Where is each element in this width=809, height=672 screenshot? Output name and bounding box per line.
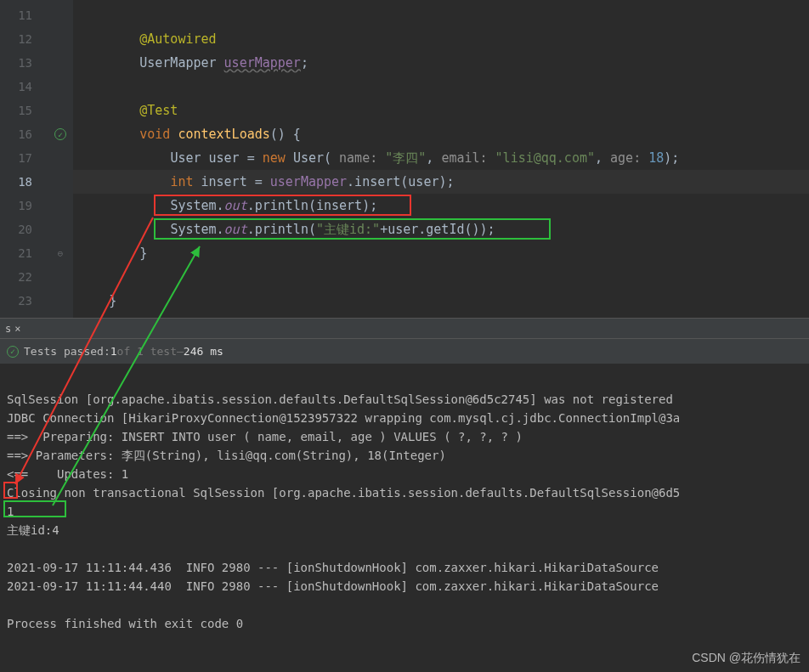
- tool-window-tabbar[interactable]: s ×: [0, 319, 809, 339]
- console-line: Closing non transactional SqlSession [or…: [7, 486, 680, 500]
- var: user =: [209, 150, 263, 166]
- code-area[interactable]: @Autowired UserMapper userMapper; @Test …: [73, 0, 809, 318]
- close: );: [664, 150, 679, 166]
- class-ref: System.: [170, 222, 223, 237]
- tests-passed-count: 1: [110, 345, 117, 358]
- line-number: 21: [0, 241, 32, 265]
- line-number: 20: [0, 217, 32, 241]
- out-field: out: [224, 222, 247, 237]
- line-number: 15: [0, 99, 32, 122]
- gutter-icon-column: ✓ ⊖: [48, 0, 73, 318]
- fold-icon[interactable]: ⊖: [58, 248, 64, 259]
- type: UserMapper: [139, 55, 223, 71]
- param-hint: name:: [339, 150, 385, 166]
- console-line: ==> Preparing: INSERT INTO user ( name, …: [7, 430, 523, 443]
- line-number: 12: [0, 27, 32, 51]
- annotation: @Test: [139, 103, 178, 118]
- param-hint: email:: [441, 150, 495, 166]
- console-line: JDBC Connection [HikariProxyConnection@1…: [7, 411, 680, 425]
- paren: (: [324, 150, 339, 166]
- brace: }: [109, 293, 116, 308]
- comma: ,: [595, 150, 610, 166]
- keyword: void: [139, 127, 178, 142]
- annotation: @Autowired: [139, 31, 216, 47]
- console-line: ==> Parameters: 李四(String), lisi@qq.com(…: [7, 449, 446, 462]
- tests-passed-icon: ✓: [7, 346, 19, 358]
- line-number: 17: [0, 146, 32, 170]
- keyword: int: [170, 174, 201, 189]
- line-number: 16: [0, 122, 32, 146]
- console-line: <== Updates: 1: [7, 467, 128, 481]
- call: .println(: [247, 222, 316, 237]
- tests-total: of 1 test: [117, 345, 177, 358]
- line-number: 14: [0, 75, 32, 99]
- line-number: 22: [0, 265, 32, 289]
- console-line: 2021-09-17 11:11:44.436 INFO 2980 --- [i…: [7, 561, 659, 574]
- semicolon: ;: [301, 55, 308, 71]
- string: "李四": [385, 150, 426, 166]
- console-line: 主键id:4: [7, 523, 59, 537]
- line-number: 18: [0, 170, 32, 194]
- watermark: CSDN @花伤情犹在: [692, 648, 801, 667]
- console-line: Process finished with exit code 0: [7, 617, 243, 630]
- ctor: User: [293, 150, 324, 166]
- brace: () {: [270, 127, 301, 142]
- code-editor[interactable]: 11 12 13 14 15 16 17 18 19 20 21 22 23 ✓…: [0, 0, 809, 318]
- line-number: 23: [0, 289, 32, 313]
- tab-label[interactable]: s: [5, 323, 11, 335]
- call: .insert(user);: [347, 174, 454, 189]
- keyword: new: [263, 150, 293, 166]
- var: insert =: [201, 174, 270, 189]
- brace: }: [139, 246, 147, 261]
- string: "主键id:": [316, 222, 380, 237]
- field: userMapper: [224, 55, 301, 71]
- call: +user.getId());: [380, 222, 495, 237]
- type: User: [170, 150, 208, 166]
- number: 18: [648, 150, 664, 166]
- comma: ,: [426, 150, 441, 166]
- dash: –: [177, 345, 184, 358]
- call: .println(insert);: [247, 198, 378, 213]
- test-status-bar: ✓ Tests passed: 1 of 1 test – 246 ms: [0, 339, 809, 364]
- tests-time: 246 ms: [184, 345, 223, 358]
- method-name: contextLoads: [178, 127, 269, 142]
- string: "lisi@qq.com": [495, 150, 595, 166]
- param-hint: age:: [610, 150, 648, 166]
- field-ref: userMapper: [270, 174, 347, 189]
- out-field: out: [224, 198, 247, 213]
- console-line: 2021-09-17 11:11:44.440 INFO 2980 --- [i…: [7, 579, 659, 593]
- console-line: SqlSession [org.apache.ibatis.session.de…: [7, 392, 680, 406]
- tests-passed-label: Tests passed:: [24, 345, 110, 358]
- close-tab-icon[interactable]: ×: [14, 323, 20, 335]
- line-number: 13: [0, 51, 32, 75]
- console-output[interactable]: SqlSession [org.apache.ibatis.session.de…: [0, 364, 809, 672]
- class-ref: System.: [170, 198, 223, 213]
- test-pass-icon[interactable]: ✓: [54, 128, 66, 140]
- console-line: 1: [7, 505, 14, 518]
- line-number: 11: [0, 3, 32, 27]
- line-number-gutter: 11 12 13 14 15 16 17 18 19 20 21 22 23: [0, 0, 48, 318]
- line-number: 19: [0, 194, 32, 217]
